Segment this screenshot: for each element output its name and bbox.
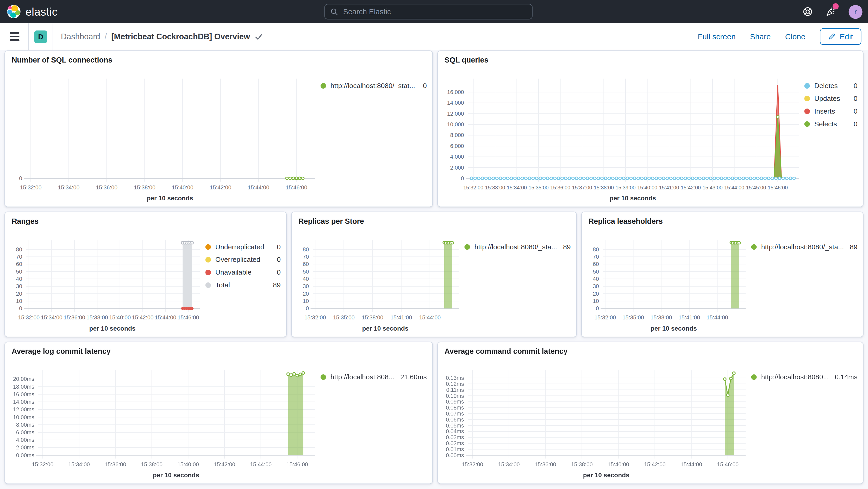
svg-text:15:38:00: 15:38:00	[651, 314, 672, 321]
legend-value: 0.14ms	[830, 373, 857, 381]
svg-text:50: 50	[593, 269, 599, 275]
panel-title[interactable]: SQL queries	[444, 56, 856, 65]
panel-title[interactable]: Replica leaseholders	[589, 216, 857, 226]
svg-text:6.00ms: 6.00ms	[16, 429, 34, 436]
legend-item[interactable]: Total89	[206, 281, 281, 289]
svg-text:10: 10	[16, 298, 22, 304]
svg-text:30: 30	[303, 283, 309, 289]
svg-text:15:42:00: 15:42:00	[644, 461, 665, 468]
legend-label: http://localhost:8080/_sta...	[761, 243, 844, 251]
command-commit-latency-chart[interactable]: 15:32:0015:34:0015:36:0015:38:0015:40:00…	[444, 361, 751, 481]
share-button[interactable]: Share	[750, 32, 771, 41]
full-screen-button[interactable]: Full screen	[698, 32, 736, 41]
newsfeed-icon[interactable]	[825, 6, 836, 17]
svg-text:0: 0	[19, 305, 22, 312]
search-input[interactable]	[342, 7, 526, 17]
svg-text:15:36:00: 15:36:00	[105, 461, 126, 468]
svg-text:0.04ms: 0.04ms	[446, 428, 464, 434]
svg-text:40: 40	[593, 276, 599, 282]
help-icon[interactable]	[802, 6, 813, 17]
legend-item[interactable]: Inserts0	[804, 107, 857, 115]
legend-item[interactable]: http://localhost:8080/_stat...0	[320, 82, 427, 90]
svg-text:70: 70	[303, 254, 309, 260]
breadcrumb-dashboard-link[interactable]: Dashboard	[61, 32, 100, 41]
panel-title[interactable]: Average log commit latency	[12, 347, 426, 357]
svg-text:18.00ms: 18.00ms	[13, 384, 34, 390]
svg-text:20: 20	[303, 291, 309, 297]
chart-legend: Deletes0Updates0Inserts0Selects0	[804, 70, 857, 204]
svg-text:8.00ms: 8.00ms	[16, 422, 34, 428]
legend-label: http://localhost:8080/_stat...	[331, 82, 415, 90]
global-search[interactable]	[324, 4, 533, 20]
series-color-dot	[464, 244, 470, 250]
svg-text:15:43:00: 15:43:00	[702, 185, 722, 190]
legend-item[interactable]: Overreplicated0	[206, 256, 281, 264]
legend-item[interactable]: Updates0	[804, 95, 857, 102]
legend-item[interactable]: http://localhost:8080/_sta...89	[464, 243, 570, 251]
legend-item[interactable]: Selects0	[804, 120, 857, 128]
svg-text:15:36:00: 15:36:00	[64, 314, 85, 321]
legend-value: 0	[272, 269, 281, 276]
legend-item[interactable]: Underreplicated0	[206, 243, 281, 251]
legend-value: 0	[849, 107, 858, 115]
legend-value: 0	[272, 243, 281, 251]
panel-ranges: Ranges 15:32:0015:34:0015:36:0015:38:001…	[4, 212, 287, 337]
svg-text:15:38:00: 15:38:00	[141, 461, 162, 468]
chart-legend: http://localhost:8080/_stat...0	[320, 70, 427, 204]
svg-text:80: 80	[593, 246, 599, 253]
chart-legend: Underreplicated0Overreplicated0Unavailab…	[206, 231, 281, 334]
legend-value: 89	[845, 243, 858, 251]
ranges-chart[interactable]: 15:32:0015:34:0015:36:0015:38:0015:40:00…	[12, 231, 206, 334]
series-color-dot	[804, 83, 810, 89]
legend-item[interactable]: http://localhost:8080/_sta...89	[751, 243, 857, 251]
svg-text:50: 50	[16, 269, 22, 275]
svg-text:10.00ms: 10.00ms	[13, 414, 34, 421]
series-color-dot	[206, 270, 211, 275]
log-commit-latency-chart[interactable]: 15:32:0015:34:0015:36:0015:38:0015:40:00…	[12, 361, 320, 481]
menu-icon[interactable]	[7, 29, 23, 44]
svg-text:15:40:00: 15:40:00	[109, 314, 131, 321]
svg-text:15:38:00: 15:38:00	[362, 314, 383, 321]
panel-title[interactable]: Ranges	[12, 216, 280, 226]
panel-title[interactable]: Average command commit latency	[444, 347, 856, 357]
svg-text:15:32:00: 15:32:00	[18, 314, 39, 321]
breadcrumb: Dashboard / [Metricbeat CockroachDB] Ove…	[61, 32, 263, 41]
svg-text:15:32:00: 15:32:00	[462, 461, 483, 468]
elastic-logo[interactable]: elastic	[0, 4, 106, 19]
replica-leaseholders-chart[interactable]: 15:32:0015:35:0015:38:0015:41:0015:44:00…	[589, 231, 751, 334]
panel-title[interactable]: Number of SQL connections	[12, 56, 426, 65]
svg-text:15:38:00: 15:38:00	[134, 184, 155, 191]
legend-label: Updates	[814, 95, 840, 102]
svg-text:0.10ms: 0.10ms	[446, 393, 464, 399]
svg-text:15:41:00: 15:41:00	[391, 314, 412, 321]
sql-queries-chart[interactable]: 15:32:0015:33:0015:34:0015:35:0015:36:00…	[444, 70, 804, 204]
check-icon[interactable]	[254, 32, 263, 41]
chart-legend: http://localhost:8080/_sta...89	[751, 231, 857, 334]
series-color-dot	[751, 374, 756, 380]
chart-legend: http://localhost:8080...0.14ms	[751, 361, 857, 481]
svg-text:80: 80	[16, 246, 22, 253]
series-color-dot	[320, 83, 326, 89]
svg-text:0.02ms: 0.02ms	[446, 440, 464, 447]
replicas-per-store-chart[interactable]: 15:32:0015:35:0015:38:0015:41:0015:44:00…	[299, 231, 465, 334]
notification-badge	[833, 3, 839, 9]
user-avatar[interactable]: r	[849, 5, 863, 19]
clone-button[interactable]: Clone	[785, 32, 806, 41]
legend-item[interactable]: Unavailable0	[206, 269, 281, 276]
legend-item[interactable]: Deletes0	[804, 82, 857, 90]
svg-text:15:32:00: 15:32:00	[594, 314, 616, 321]
space-badge[interactable]: D	[34, 30, 47, 43]
svg-text:20: 20	[593, 291, 599, 297]
svg-text:70: 70	[16, 254, 22, 260]
svg-text:per 10 seconds: per 10 seconds	[610, 194, 656, 202]
svg-text:15:36:00: 15:36:00	[96, 184, 118, 191]
edit-button[interactable]: Edit	[820, 28, 862, 45]
sql-connections-chart[interactable]: 15:32:0015:34:0015:36:0015:38:0015:40:00…	[12, 70, 320, 204]
svg-text:15:42:00: 15:42:00	[132, 314, 154, 321]
legend-label: Selects	[814, 120, 837, 128]
legend-item[interactable]: http://localhost:808...21.60ms	[320, 373, 427, 381]
series-color-dot	[320, 374, 326, 380]
svg-text:15:42:00: 15:42:00	[681, 185, 701, 190]
legend-item[interactable]: http://localhost:8080...0.14ms	[751, 373, 857, 381]
panel-title[interactable]: Replicas per Store	[299, 216, 570, 226]
